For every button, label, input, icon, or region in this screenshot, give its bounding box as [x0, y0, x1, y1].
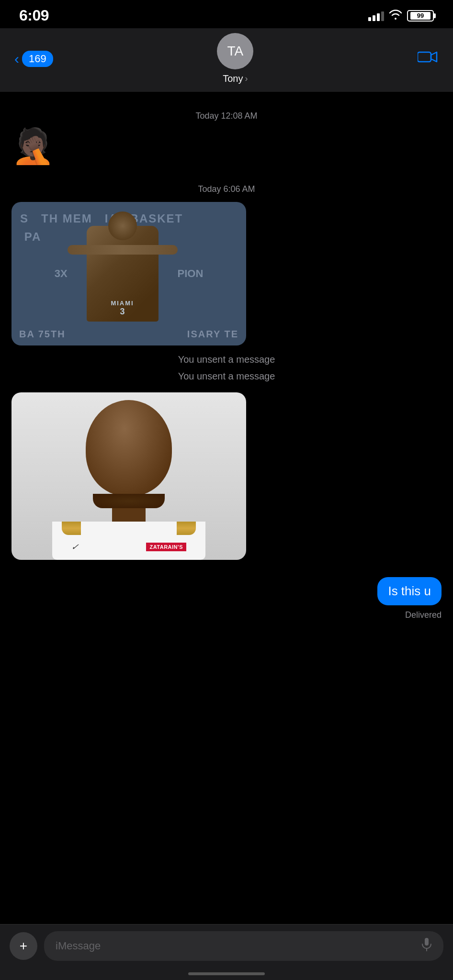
statue-bottom-right: ISARY TE — [187, 329, 238, 340]
statue-arms — [68, 245, 178, 255]
signal-bar-4 — [381, 11, 384, 21]
statue-center: 3X MIAMI 3 PION — [11, 202, 246, 345]
timestamp-1: Today 12:08 AM — [11, 111, 442, 121]
input-bar: + iMessage — [0, 924, 453, 980]
battery-icon: 99 — [407, 10, 434, 22]
signal-bar-2 — [373, 15, 375, 21]
statue-bottom-left: BA 75TH — [19, 329, 66, 340]
sent-message-bubble-container: Is this u — [11, 577, 442, 605]
contact-name-chevron-icon: › — [245, 74, 248, 84]
unsent-message-1: You unsent a message — [11, 354, 442, 365]
battery-nub — [434, 13, 436, 18]
signal-bar-3 — [377, 13, 380, 21]
received-statue-image: S TH MEM IAL BASKET PA S 3X MIAMI 3 — [11, 202, 442, 345]
delivered-status: Delivered — [11, 610, 442, 620]
message-input-field[interactable]: iMessage — [44, 931, 443, 961]
home-indicator — [188, 972, 265, 975]
back-badge-count: 169 — [22, 51, 53, 67]
wifi-icon — [389, 9, 402, 22]
player-face-skin — [86, 400, 172, 496]
status-bar: 6:09 99 — [0, 0, 453, 28]
player-face — [81, 400, 177, 515]
chat-area: Today 12:08 AM 🤦🏿 Today 6:06 AM S TH MEM… — [0, 92, 453, 905]
jersey-white-inner — [81, 522, 177, 535]
contact-name-label: Tony — [223, 73, 243, 84]
bronze-statue-figure: MIAMI 3 — [87, 226, 159, 322]
statue-bottom-text: BA 75TH ISARY TE — [19, 329, 238, 340]
emoji-content: 🤦🏿 — [11, 129, 55, 163]
status-icons: 99 — [368, 9, 434, 22]
statue-image-bubble[interactable]: S TH MEM IAL BASKET PA S 3X MIAMI 3 — [11, 202, 246, 345]
statue-head — [108, 212, 137, 240]
statue-jersey-text: MIAMI 3 — [111, 300, 134, 317]
player-chin — [93, 494, 165, 508]
battery-fill: 99 — [410, 12, 430, 20]
timestamp-2: Today 6:06 AM — [11, 184, 442, 194]
jersey-gold-collar — [62, 522, 196, 535]
status-time: 6:09 — [19, 7, 49, 24]
unsent-message-2: You unsent a message — [11, 371, 442, 382]
back-chevron-icon: ‹ — [14, 52, 19, 66]
video-call-button[interactable] — [418, 50, 439, 68]
message-placeholder: iMessage — [56, 940, 101, 952]
sponsor-badge: ZATARAIN'S — [146, 543, 186, 551]
nike-swoosh-icon: ✓ — [70, 542, 79, 552]
jersey-body: ✓ ZATARAIN'S — [52, 522, 205, 560]
sent-message-bubble: Is this u — [377, 577, 442, 605]
plus-icon: + — [20, 938, 27, 954]
player-image-bubble[interactable]: ✓ ZATARAIN'S — [11, 392, 246, 560]
battery-level: 99 — [417, 12, 424, 19]
mic-icon[interactable] — [421, 938, 432, 954]
nav-header: ‹ 169 TA Tony › — [0, 28, 453, 92]
avatar: TA — [217, 33, 253, 69]
signal-bar-1 — [368, 17, 371, 21]
back-button[interactable]: ‹ 169 — [14, 51, 53, 67]
contact-info[interactable]: TA Tony › — [217, 33, 253, 84]
jersey-logos: ✓ ZATARAIN'S — [71, 542, 186, 552]
received-player-image: ✓ ZATARAIN'S — [11, 392, 442, 560]
signal-bars-icon — [368, 11, 384, 21]
add-attachment-button[interactable]: + — [10, 932, 37, 960]
svg-rect-1 — [425, 938, 429, 946]
player-jersey: ✓ ZATARAIN'S — [11, 512, 246, 560]
received-emoji-message: 🤦🏿 — [11, 129, 442, 163]
svg-rect-0 — [418, 52, 431, 62]
contact-name: Tony › — [223, 73, 248, 84]
